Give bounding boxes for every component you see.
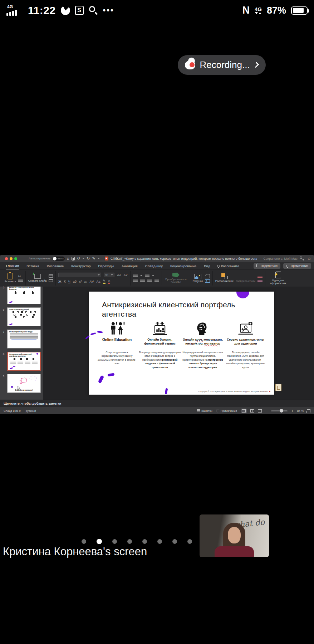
saved-status[interactable]: — Сохранено в: Мой Mac (259, 257, 298, 260)
font-color-icon[interactable]: А (108, 279, 110, 284)
page-dot-8[interactable] (187, 539, 192, 544)
language-indicator[interactable]: русский (26, 409, 36, 413)
tab-Главная[interactable]: Главная (6, 263, 19, 269)
cut-icon[interactable]: ✂ (18, 274, 23, 278)
traffic-lights[interactable] (5, 257, 17, 260)
page-dot-2[interactable] (97, 539, 102, 544)
shrink-font-icon[interactable]: A˅ (124, 273, 128, 277)
page-dot-3[interactable] (112, 539, 117, 544)
numbering-icon[interactable] (145, 274, 149, 277)
minimize-button[interactable] (10, 257, 13, 260)
font-name-select[interactable] (58, 273, 101, 277)
slide-sorter-view-button[interactable] (250, 409, 254, 413)
format-letter-2[interactable]: Ч (68, 280, 70, 283)
justify-icon[interactable] (154, 279, 159, 282)
normal-view-button[interactable] (241, 409, 247, 413)
zoom-level[interactable]: 84 % (297, 409, 304, 413)
slideshow-view-button[interactable] (258, 409, 262, 413)
tab-Рецензирование[interactable]: Рецензирование (170, 263, 197, 269)
thumbnail-preview[interactable]: Антикризисный клиентский портфель агентс… (7, 352, 41, 371)
shape-outline-icon[interactable] (257, 279, 263, 282)
slide-canvas[interactable]: Антикризисный клиентский портфель агентс… (43, 287, 314, 400)
participant-video[interactable]: what do (200, 514, 269, 557)
redo-icon[interactable]: ↻ (87, 257, 90, 260)
toolbar-options-icon[interactable] (98, 258, 100, 259)
quick-styles-button[interactable]: Экспресс-стили (236, 274, 255, 283)
zoom-button[interactable] (14, 257, 17, 260)
new-slide-button[interactable]: Создать слайд (28, 274, 46, 282)
slide-section-icon[interactable] (49, 279, 53, 282)
recording-indicator[interactable]: Recording... (178, 55, 266, 75)
thumbnail-preview[interactable]: Спасибо за внимание! (7, 374, 41, 393)
undo-dropdown-icon[interactable] (82, 258, 84, 259)
fit-slide-icon[interactable] (307, 409, 310, 413)
page-dot-4[interactable] (127, 539, 132, 544)
slide-layout-icon[interactable] (49, 274, 53, 278)
notes-pane[interactable]: Щелкните, чтобы добавить заметки (0, 400, 314, 407)
slide-thumbnail-panel[interactable]: 5Карантин стимулировал новые форматы6Бол… (0, 287, 43, 400)
save-icon[interactable] (72, 257, 75, 260)
zoom-in-button[interactable]: + (291, 409, 293, 413)
autosave-toggle[interactable]: ВЫКЛ (53, 257, 65, 261)
zoom-slider-knob[interactable] (280, 409, 283, 413)
carousel-page-dots[interactable] (82, 539, 192, 544)
slide-thumbnail-8[interactable]: 8Антикризисный клиентский портфель агент… (0, 352, 43, 371)
tab-Конструктор[interactable]: Конструктор (71, 263, 91, 269)
bullets-icon[interactable] (133, 274, 138, 277)
design-ideas-pane-icon[interactable] (275, 384, 281, 391)
home-icon[interactable]: ⌂ (67, 257, 69, 260)
thumbnail-preview[interactable]: Карантин стимулировал новые форматы (7, 287, 41, 304)
arrange-button[interactable]: Расположение (215, 273, 234, 283)
titlebar-search-icon[interactable] (300, 257, 304, 260)
feedback-smiley-icon[interactable]: ☺ (307, 257, 311, 261)
grow-font-icon[interactable]: A˄ (117, 273, 121, 277)
convert-smartart-button[interactable]: Преобразовать в SmartArt (165, 273, 187, 284)
close-button[interactable] (5, 257, 8, 260)
copy-icon[interactable] (18, 279, 23, 282)
current-slide[interactable]: Антикризисный клиентский портфель агентс… (89, 292, 274, 395)
format-letter-7[interactable]: Аа (96, 280, 100, 283)
page-dot-5[interactable] (142, 539, 147, 544)
format-letter-0[interactable]: Ж (58, 280, 61, 283)
zoom-slider[interactable] (271, 410, 288, 411)
tab-Переходы[interactable]: Переходы (98, 263, 115, 269)
tab-Слайд-шоу[interactable]: Слайд-шоу (145, 263, 163, 269)
slide-thumbnail-7[interactable]: 7Кто выиграет на рынке труда (0, 330, 43, 348)
tab-Анимация[interactable]: Анимация (121, 263, 138, 269)
format-letter-6[interactable]: АV (89, 280, 94, 283)
notes-toggle[interactable]: Заметки (197, 409, 212, 413)
highlight-color-icon[interactable]: ✎ (103, 279, 106, 284)
thumbnail-preview[interactable]: Боли бизнеса индустрий (7, 307, 41, 326)
picture-button[interactable]: Рисунок (193, 274, 203, 283)
thumbnail-preview[interactable]: Кто выиграет на рынке труда (7, 330, 41, 348)
text-box-icon[interactable]: A (205, 279, 210, 283)
align-right-icon[interactable] (147, 279, 152, 282)
page-dot-6[interactable] (157, 539, 162, 544)
undo-icon[interactable]: ↺ (77, 257, 80, 260)
comments-toggle[interactable]: Примечания (216, 409, 237, 413)
font-size-select[interactable]: 9+ (104, 273, 114, 277)
format-letter-4[interactable]: x² (79, 280, 82, 283)
zoom-out-button[interactable]: − (265, 409, 268, 413)
shape-fill-icon[interactable] (257, 275, 263, 278)
paste-button[interactable]: Вставить (5, 273, 16, 283)
page-dot-7[interactable] (172, 539, 177, 544)
tab-Рисование[interactable]: Рисование (46, 263, 64, 269)
tab-Вставка[interactable]: Вставка (26, 263, 39, 269)
pen-icon[interactable]: ✎ (92, 257, 95, 260)
format-letter-1[interactable]: К (64, 280, 65, 283)
tell-me[interactable]: Расскажите (217, 264, 239, 268)
format-letter-3[interactable]: аб (73, 280, 77, 283)
page-dot-1[interactable] (82, 539, 86, 544)
slide-thumbnail-9[interactable]: 9Спасибо за внимание! (0, 374, 43, 393)
comments-button[interactable]: Примечания (283, 263, 311, 269)
share-button[interactable]: Поделиться (254, 263, 280, 269)
align-left-icon[interactable] (133, 279, 138, 282)
slide-thumbnail-6[interactable]: 6Боли бизнеса индустрий (0, 307, 43, 326)
design-ideas-button[interactable]: Идеи для оформления (268, 272, 289, 285)
shapes-icon[interactable] (205, 274, 210, 278)
chevron-right-icon[interactable] (253, 62, 259, 68)
align-center-icon[interactable] (140, 279, 145, 282)
slide-title[interactable]: Антикризисный клиентский портфель агентс… (102, 300, 259, 319)
slide-thumbnail-5[interactable]: 5Карантин стимулировал новые форматы (0, 287, 43, 304)
